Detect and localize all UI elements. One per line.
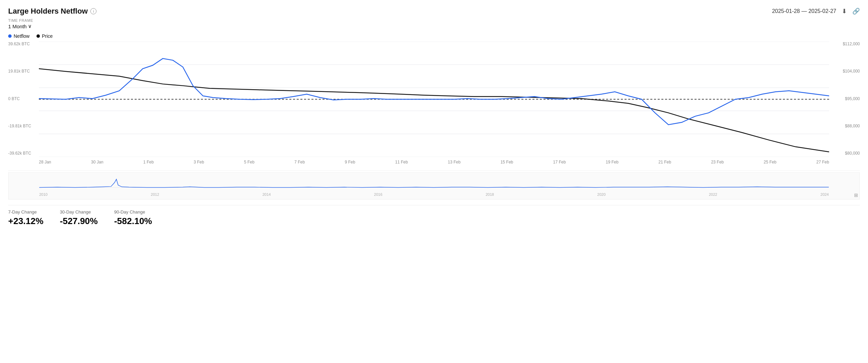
price-dot	[36, 34, 40, 38]
stat-7day: 7-Day Change +23.12%	[8, 209, 43, 226]
y-left-2: 0 BTC	[8, 96, 39, 101]
x-label-4: 5 Feb	[244, 160, 255, 164]
mini-x-4: 2018	[485, 192, 494, 196]
x-label-0: 28 Jan	[39, 160, 51, 164]
y-right-2: $95,000	[845, 96, 860, 101]
netflow-dot	[8, 34, 12, 38]
title-row: Large Holders Netflow i	[8, 7, 96, 16]
stat-30day: 30-Day Change -527.90%	[60, 209, 98, 226]
x-label-3: 3 Feb	[194, 160, 204, 164]
x-label-13: 23 Feb	[711, 160, 724, 164]
main-chart: 39.62k BTC 19.81k BTC 0 BTC -19.81k BTC …	[8, 42, 860, 171]
timeframe-label: TIME FRAME	[8, 18, 860, 22]
mini-x-2: 2014	[263, 192, 271, 196]
mini-chart-icon[interactable]: ⊞	[854, 192, 858, 198]
page-title: Large Holders Netflow	[8, 7, 88, 16]
y-right-3: $88,000	[845, 124, 860, 128]
x-label-7: 11 Feb	[395, 160, 408, 164]
timeframe-section: TIME FRAME 1 Month ∨	[8, 18, 860, 29]
timeframe-select[interactable]: 1 Month ∨	[8, 23, 860, 29]
mini-x-5: 2020	[597, 192, 605, 196]
mini-chart-inner	[39, 173, 829, 192]
stat-7day-value: +23.12%	[8, 216, 43, 226]
x-label-6: 9 Feb	[345, 160, 355, 164]
y-left-0: 39.62k BTC	[8, 42, 39, 46]
stat-30day-value: -527.90%	[60, 216, 98, 226]
y-right-1: $104,000	[843, 69, 860, 74]
stat-7day-label: 7-Day Change	[8, 209, 43, 215]
y-right-0: $112,000	[843, 42, 860, 46]
download-icon[interactable]: ⬇	[842, 7, 847, 15]
y-left-4: -39.62k BTC	[8, 151, 39, 156]
stat-30day-label: 30-Day Change	[60, 209, 98, 215]
mini-x-0: 2010	[39, 192, 47, 196]
main-svg	[39, 42, 829, 157]
y-right-4: $80,000	[845, 151, 860, 156]
x-label-11: 19 Feb	[606, 160, 618, 164]
x-label-10: 17 Feb	[553, 160, 566, 164]
y-axis-left: 39.62k BTC 19.81k BTC 0 BTC -19.81k BTC …	[8, 42, 39, 157]
date-range: 2025-01-28 — 2025-02-27	[772, 8, 836, 14]
timeframe-value: 1 Month	[8, 23, 27, 29]
page-container: Large Holders Netflow i 2025-01-28 — 202…	[0, 0, 868, 233]
y-left-1: 19.81k BTC	[8, 69, 39, 74]
legend: Netflow Price	[8, 33, 860, 39]
x-label-15: 27 Feb	[817, 160, 829, 164]
x-label-12: 21 Feb	[658, 160, 671, 164]
x-label-8: 13 Feb	[448, 160, 460, 164]
x-label-14: 25 Feb	[764, 160, 776, 164]
x-label-1: 30 Jan	[91, 160, 103, 164]
chart-svg-area	[39, 42, 829, 157]
stat-90day-value: -582.10%	[114, 216, 152, 226]
stat-90day-label: 90-Day Change	[114, 209, 152, 215]
mini-x-1: 2012	[151, 192, 159, 196]
chart-wrapper: 39.62k BTC 19.81k BTC 0 BTC -19.81k BTC …	[8, 42, 860, 200]
y-left-3: -19.81k BTC	[8, 124, 39, 128]
mini-x-7: 2024	[821, 192, 829, 196]
stat-90day: 90-Day Change -582.10%	[114, 209, 152, 226]
mini-x-3: 2016	[374, 192, 382, 196]
chevron-down-icon: ∨	[28, 23, 32, 29]
x-label-9: 15 Feb	[500, 160, 513, 164]
legend-netflow-label: Netflow	[14, 33, 30, 39]
x-label-5: 7 Feb	[295, 160, 305, 164]
x-axis: 28 Jan 30 Jan 1 Feb 3 Feb 5 Feb 7 Feb 9 …	[39, 157, 829, 171]
x-label-2: 1 Feb	[143, 160, 154, 164]
mini-svg	[39, 173, 829, 192]
link-icon[interactable]: 🔗	[852, 7, 860, 15]
mini-x-axis: 2010 2012 2014 2016 2018 2020 2022 2024	[39, 192, 829, 199]
mini-x-6: 2022	[709, 192, 717, 196]
header: Large Holders Netflow i 2025-01-28 — 202…	[8, 7, 860, 16]
legend-price-label: Price	[42, 33, 53, 39]
y-axis-right: $112,000 $104,000 $95,000 $88,000 $80,00…	[829, 42, 860, 157]
info-icon[interactable]: i	[90, 8, 96, 14]
header-right: 2025-01-28 — 2025-02-27 ⬇ 🔗	[772, 7, 860, 15]
mini-chart[interactable]: 2010 2012 2014 2016 2018 2020 2022 2024 …	[8, 172, 860, 200]
stats-row: 7-Day Change +23.12% 30-Day Change -527.…	[8, 205, 860, 226]
legend-netflow: Netflow	[8, 33, 30, 39]
legend-price: Price	[36, 33, 53, 39]
